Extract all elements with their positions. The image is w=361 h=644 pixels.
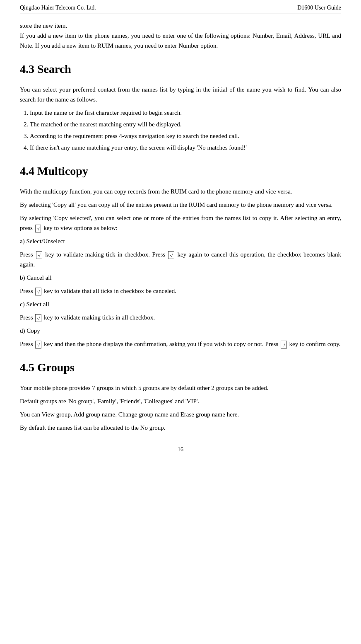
search-step-2: The matched or the nearest matching entr… [30, 119, 341, 129]
subsection-c-press: Press ·/ key to validate making ticks in… [20, 312, 341, 322]
section-search: 4.3 Search You can select your preferred… [20, 61, 341, 153]
header-title: D1600 User Guide [297, 3, 341, 12]
section-multicopy-heading: 4.4 Multicopy [20, 162, 341, 180]
subsection-a-press: Press ·/ key to validate making tick in … [20, 249, 341, 269]
press-d-post: key to confirm copy. [289, 341, 341, 347]
multicopy-para1: With the multicopy function, you can cop… [20, 186, 341, 196]
key-icon-c1: ·/ [35, 314, 41, 322]
intro-line1: store the new item. [20, 22, 67, 29]
groups-para4: By default the names list can be allocat… [20, 423, 341, 433]
section-search-heading: 4.3 Search [20, 61, 341, 78]
section-groups: 4.5 Groups Your mobile phone provides 7 … [20, 359, 341, 433]
subsection-b-label: b) Cancel all [20, 273, 341, 283]
page-header: Qingdao Haier Telecom Co. Ltd. D1600 Use… [20, 3, 341, 14]
key-icon-a2: ·/ [168, 251, 174, 259]
search-step-1: Input the name or the first character re… [30, 108, 341, 118]
page-container: Qingdao Haier Telecom Co. Ltd. D1600 Use… [0, 0, 361, 644]
press-b-pre: Press [20, 288, 34, 294]
press-c-post: key to validate making ticks in all chec… [44, 314, 155, 321]
key-icon-d1: ·/ [35, 341, 41, 349]
key-icon-a1: ·/ [36, 251, 42, 259]
press-b-post: key to validate that all ticks in checkb… [44, 288, 176, 294]
search-intro: You can select your preferred contact fr… [20, 85, 341, 104]
multicopy-para2: By selecting 'Copy all' you can copy all… [20, 200, 341, 210]
subsection-d-press: Press ·/ key and then the phone displays… [20, 339, 341, 349]
intro-text: store the new item. If you add a new ite… [20, 21, 341, 51]
key-icon-inline: ·/ [35, 225, 41, 233]
search-steps: Input the name or the first character re… [30, 108, 341, 153]
page-number: 16 [178, 446, 183, 453]
section-multicopy: 4.4 Multicopy With the multicopy functio… [20, 162, 341, 349]
subsection-c-label: c) Select all [20, 299, 341, 309]
search-step-4: If there isn't any name matching your en… [30, 143, 341, 153]
intro-line2: If you add a new item to the phone names… [20, 32, 341, 49]
key-icon-d2: ·/ [281, 341, 287, 349]
section-search-body: You can select your preferred contact fr… [20, 85, 341, 153]
search-step-3: According to the requirement press 4-way… [30, 131, 341, 141]
press-a-mid: key to validate making tick in checkbox.… [45, 251, 167, 258]
section-groups-body: Your mobile phone provides 7 groups in w… [20, 383, 341, 433]
section-multicopy-body: With the multicopy function, you can cop… [20, 186, 341, 349]
multicopy-para3: By selecting 'Copy selected', you can se… [20, 213, 341, 233]
subsection-a-label: a) Select/Unselect [20, 236, 341, 246]
section-groups-heading: 4.5 Groups [20, 359, 341, 376]
subsection-d-label: d) Copy [20, 326, 341, 336]
press-d-mid: key and then the phone displays the conf… [44, 341, 280, 347]
multicopy-para3-post: key to view options as below: [43, 225, 118, 231]
press-c-pre: Press [20, 314, 34, 321]
press-a-pre: Press [20, 251, 35, 258]
groups-para1: Your mobile phone provides 7 groups in w… [20, 383, 341, 393]
subsection-b-press: Press ·/ key to validate that all ticks … [20, 286, 341, 296]
press-d-pre: Press [20, 341, 34, 347]
key-icon-b1: ·/ [35, 288, 41, 296]
groups-para2: Default groups are 'No group', 'Family',… [20, 396, 341, 406]
page-footer: 16 [20, 445, 341, 454]
groups-para3: You can View group, Add group name, Chan… [20, 409, 341, 419]
header-company: Qingdao Haier Telecom Co. Ltd. [20, 3, 96, 12]
